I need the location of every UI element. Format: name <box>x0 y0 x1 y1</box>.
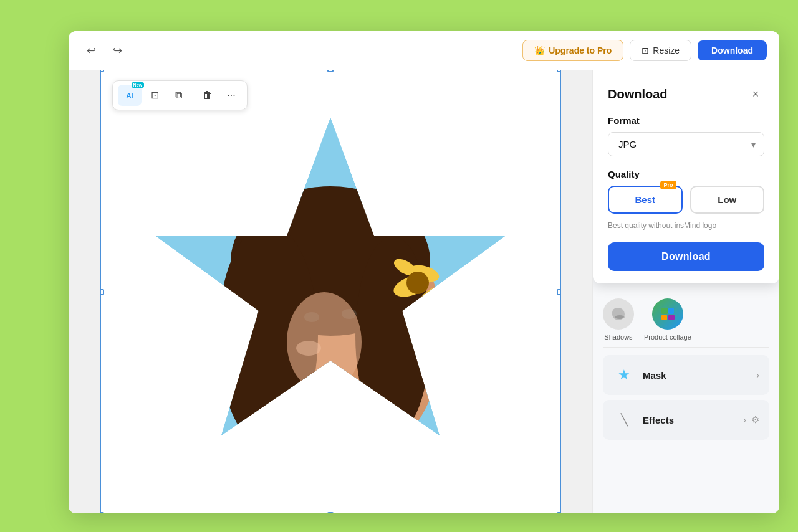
sliders-icon: ⚙ <box>751 414 759 425</box>
format-label: Format <box>608 115 764 126</box>
download-header-label: Download <box>711 45 753 55</box>
mask-chevron-icon: › <box>756 370 759 380</box>
quality-best-label: Best <box>635 194 655 205</box>
delete-icon: 🗑 <box>203 90 213 101</box>
handle-bot-right[interactable] <box>557 512 561 514</box>
handle-top-left[interactable] <box>100 70 104 72</box>
svg-point-15 <box>296 341 321 356</box>
right-sidebar: Download × Format JPG PNG WEBP PDF ▾ Qua… <box>592 70 779 513</box>
canvas-frame: AI New ⊡ ⧉ 🗑 ··· <box>100 70 561 513</box>
header-right: 👑 Upgrade to Pro ⊡ Resize Download <box>522 40 767 61</box>
upgrade-button[interactable]: 👑 Upgrade to Pro <box>522 40 623 61</box>
quality-label: Quality <box>608 169 764 179</box>
download-panel: Download × Format JPG PNG WEBP PDF ▾ Qua… <box>593 70 779 283</box>
quality-best-option[interactable]: Pro Best <box>608 186 683 214</box>
mask-title: Mask <box>643 370 666 381</box>
header-left: ↩ ↪ <box>81 40 516 60</box>
download-header-button[interactable]: Download <box>698 40 767 60</box>
main-area: AI New ⊡ ⧉ 🗑 ··· <box>69 70 779 513</box>
effects-section[interactable]: ╲ Effects › ⚙ <box>603 400 769 440</box>
close-icon: × <box>752 88 759 101</box>
frame-tool-button[interactable]: ⊡ <box>144 85 165 106</box>
panel-title: Download <box>608 87 668 102</box>
resize-label: Resize <box>653 45 680 55</box>
duplicate-icon: ⧉ <box>175 90 182 101</box>
resize-icon: ⊡ <box>642 45 649 55</box>
frame-icon: ⊡ <box>151 89 159 101</box>
shadows-label: Shadows <box>604 333 632 341</box>
redo-icon: ↪ <box>113 44 122 57</box>
svg-rect-22 <box>668 315 675 320</box>
mask-section-left: ★ Mask <box>613 364 666 386</box>
quality-low-option[interactable]: Low <box>690 186 765 214</box>
product-collage-label: Product collage <box>644 333 691 341</box>
shadow-svg <box>610 306 627 322</box>
collage-svg <box>660 306 676 322</box>
star-image-container <box>143 99 517 485</box>
delete-tool-button[interactable]: 🗑 <box>197 85 218 106</box>
format-select-wrapper: JPG PNG WEBP PDF ▾ <box>608 132 764 156</box>
svg-point-14 <box>287 292 362 392</box>
new-badge: New <box>132 82 144 88</box>
app-container: ↩ ↪ 👑 Upgrade to Pro ⊡ Resize Download <box>69 31 779 513</box>
effects-section-left: ╲ Effects <box>613 409 674 431</box>
format-select[interactable]: JPG PNG WEBP PDF <box>608 132 764 156</box>
svg-rect-19 <box>661 308 668 314</box>
more-tool-button[interactable]: ··· <box>221 85 242 106</box>
undo-icon: ↩ <box>87 44 96 57</box>
shadows-icon <box>603 298 634 330</box>
quality-hint: Best quality without insMind logo <box>608 221 764 230</box>
effects-icon: ╲ <box>613 409 635 431</box>
close-panel-button[interactable]: × <box>747 85 764 103</box>
more-icon: ··· <box>227 90 235 101</box>
handle-mid-left[interactable] <box>100 289 104 295</box>
handle-mid-right[interactable] <box>557 289 561 295</box>
canvas-area: AI New ⊡ ⧉ 🗑 ··· <box>69 70 592 513</box>
effects-chevron-icon: › <box>743 415 746 425</box>
sidebar-tool-row: Shadows Product collage <box>603 292 769 348</box>
header: ↩ ↪ 👑 Upgrade to Pro ⊡ Resize Download <box>69 31 779 70</box>
quality-options: Pro Best Low <box>608 186 764 214</box>
ai-label: AI <box>127 92 133 99</box>
redo-button[interactable]: ↪ <box>107 40 127 60</box>
quality-low-label: Low <box>718 194 736 205</box>
effects-title: Effects <box>643 415 674 425</box>
svg-rect-20 <box>668 308 674 314</box>
svg-point-18 <box>615 315 625 319</box>
toolbar-divider <box>193 88 193 102</box>
handle-bot-left[interactable] <box>100 512 104 514</box>
mask-section[interactable]: ★ Mask › <box>603 355 769 395</box>
shadows-tool[interactable]: Shadows <box>603 298 634 341</box>
sidebar-bottom: Shadows Product collage <box>593 282 779 455</box>
mask-icon: ★ <box>613 364 635 386</box>
product-collage-icon <box>652 298 683 330</box>
crown-icon: 👑 <box>534 45 545 55</box>
download-main-label: Download <box>661 251 711 262</box>
undo-button[interactable]: ↩ <box>81 40 101 60</box>
effects-row-right: › ⚙ <box>743 414 759 425</box>
panel-header: Download × <box>608 85 764 103</box>
svg-point-13 <box>406 272 429 294</box>
download-main-button[interactable]: Download <box>608 242 764 271</box>
duplicate-tool-button[interactable]: ⧉ <box>168 85 189 106</box>
floating-toolbar: AI New ⊡ ⧉ 🗑 ··· <box>112 80 248 110</box>
product-collage-tool[interactable]: Product collage <box>644 298 691 341</box>
handle-bot-center[interactable] <box>327 512 334 514</box>
upgrade-label: Upgrade to Pro <box>549 45 612 55</box>
handle-top-right[interactable] <box>557 70 561 72</box>
resize-button[interactable]: ⊡ Resize <box>630 40 691 61</box>
ai-tool-button[interactable]: AI New <box>118 85 142 106</box>
handle-top-center[interactable] <box>327 70 334 72</box>
svg-rect-21 <box>661 315 667 320</box>
star-mask-svg <box>143 99 517 485</box>
pro-badge: Pro <box>660 181 676 189</box>
